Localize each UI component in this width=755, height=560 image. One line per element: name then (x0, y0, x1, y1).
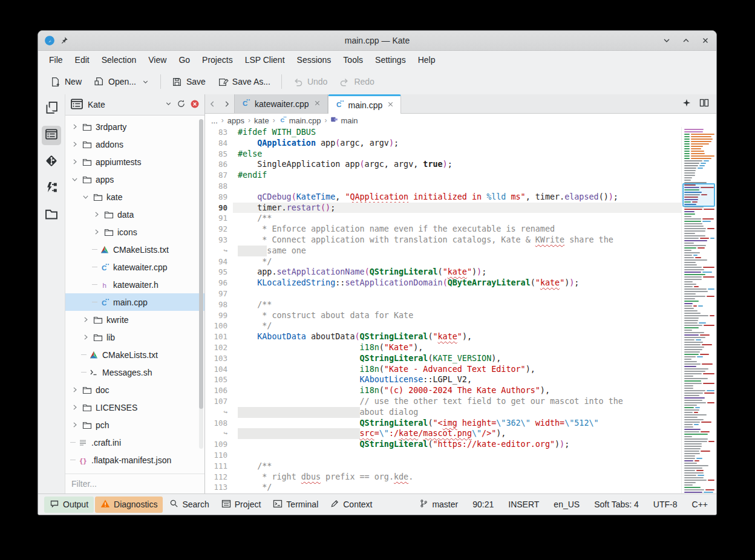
tree-item-katewaiter.h[interactable]: hkatewaiter.h (65, 276, 204, 293)
menu-selection[interactable]: Selection (96, 53, 143, 67)
code-line-99[interactable]: 99 * construct about data for Kate (205, 310, 681, 321)
expander-closed-icon[interactable] (70, 403, 79, 411)
tree-item-appiumtests[interactable]: appiumtests (65, 153, 204, 171)
code-line-108[interactable]: 108 QStringLiteral("<img height=\"362\" … (205, 418, 681, 429)
forward-icon[interactable] (220, 94, 234, 113)
code-line-97[interactable]: 97 (205, 288, 681, 299)
expander-closed-icon[interactable] (81, 316, 90, 324)
code-line-104[interactable]: 104 i18n("Kate - Advanced Text Editor"), (205, 364, 681, 375)
tree-scrollbar[interactable] (199, 119, 203, 449)
sidebar-tool-project-list-icon[interactable] (42, 126, 61, 145)
tree-item-kwrite[interactable]: kwrite (65, 311, 204, 328)
tree-item-Messages.sh[interactable]: Messages.sh (65, 363, 204, 381)
status-c-[interactable]: C++ (692, 500, 708, 509)
tree-item-kate[interactable]: kate (65, 188, 204, 206)
minimap-scrollbar[interactable] (681, 127, 716, 493)
menu-file[interactable]: File (43, 53, 69, 67)
statusbar-project-button[interactable]: Project (216, 497, 267, 513)
code-line-91[interactable]: 91 /** (205, 213, 681, 224)
expander-closed-icon[interactable] (70, 123, 79, 131)
tree-item-apps[interactable]: apps (65, 171, 204, 188)
statusbar-diagnostics-button[interactable]: Diagnostics (95, 497, 163, 513)
code-line-100[interactable]: 100 */ (205, 321, 681, 331)
status-insert[interactable]: INSERT (508, 500, 539, 509)
menu-lsp-client[interactable]: LSP Client (239, 53, 291, 67)
code-line-89[interactable]: 89 qCDebug(KateTime, "QApplication initi… (205, 192, 681, 203)
expander-open-icon[interactable] (81, 193, 90, 201)
statusbar-output-button[interactable]: Output (44, 497, 94, 513)
code-line-86[interactable]: 86 SingleApplication app(argc, argv, tru… (205, 159, 681, 170)
breadcrumb-apps[interactable]: apps (227, 116, 244, 125)
text-editor[interactable]: 83#ifdef WITH_DBUS84 QApplication app(ar… (205, 127, 681, 493)
code-line-87[interactable]: 87#endif (205, 170, 681, 181)
code-line-94[interactable]: 94 */ (205, 256, 681, 267)
save-as-button[interactable]: Save As... (212, 73, 276, 91)
tree-item-3rdparty[interactable]: 3rdparty (65, 118, 204, 135)
code-line-92[interactable]: 92 * Enforce application name even if th… (205, 224, 681, 235)
tab-katewaiter.cpp[interactable]: Ckatewaiter.cpp (234, 94, 328, 113)
tree-item-main.cpp[interactable]: Cmain.cpp (65, 293, 204, 311)
statusbar-search-button[interactable]: Search (164, 497, 214, 512)
minimap-viewport[interactable] (682, 183, 715, 207)
expander-closed-icon[interactable] (81, 333, 90, 341)
tree-item-.flatpak-manifest.jso[interactable]: .flatpak-manifest.jso (65, 469, 204, 474)
savebutton[interactable]: Save (166, 73, 212, 91)
code-line-111[interactable]: 111 /** (205, 461, 681, 472)
expander-closed-icon[interactable] (70, 158, 79, 166)
sidebar-tool-symbols-icon[interactable] (42, 179, 61, 198)
back-icon[interactable] (205, 94, 220, 113)
menu-view[interactable]: View (142, 53, 172, 67)
close-icon[interactable] (701, 36, 710, 45)
code-line-84[interactable]: 84 QApplication app(argc, argv); (205, 138, 681, 149)
menu-edit[interactable]: Edit (69, 53, 96, 67)
open-button[interactable]: Open... (88, 73, 155, 91)
expander-open-icon[interactable] (70, 175, 79, 183)
status-90-21[interactable]: 90:21 (472, 500, 494, 509)
code-line-109[interactable]: 109 QStringLiteral("https://kate-editor.… (205, 439, 681, 450)
tree-item-CMakeLists.txt[interactable]: CMakeLists.txt (65, 241, 204, 258)
refresh-icon[interactable] (177, 99, 186, 110)
filter-input[interactable] (65, 474, 204, 493)
status-soft-tabs-4[interactable]: Soft Tabs: 4 (594, 500, 639, 509)
titlebar[interactable]: main.cpp — Kate (38, 31, 716, 51)
tree-item-.craft.ini[interactable]: .craft.ini (65, 434, 204, 451)
menu-go[interactable]: Go (172, 53, 196, 67)
code-wrap-row[interactable]: ↪about dialog (205, 407, 681, 418)
status-utf-8[interactable]: UTF-8 (653, 500, 678, 509)
code-line-101[interactable]: 101 KAboutData aboutData(QStringLiteral(… (205, 331, 681, 342)
expander-closed-icon[interactable] (92, 210, 100, 218)
status-en-us[interactable]: en_US (554, 500, 580, 509)
expander-closed-icon[interactable] (92, 228, 100, 236)
code-line-110[interactable]: 110 (205, 450, 681, 461)
code-line-83[interactable]: 83#ifdef WITH_DBUS (205, 127, 681, 138)
tab-close-icon[interactable] (313, 99, 321, 109)
code-line-105[interactable]: 105 KAboutLicense::LGPL_V2, (205, 374, 681, 385)
code-line-88[interactable]: 88 (205, 181, 681, 192)
code-line-113[interactable]: 113 */ (205, 482, 681, 493)
tree-item-doc[interactable]: doc (65, 381, 204, 399)
code-line-96[interactable]: 96 KLocalizedString::setApplicationDomai… (205, 278, 681, 288)
tree-item-CMakeLists.txt[interactable]: CMakeLists.txt (65, 346, 204, 363)
sidebar-tool-git-icon[interactable] (42, 152, 61, 172)
chevron-down-icon[interactable] (142, 78, 149, 86)
tree-item-lib[interactable]: lib (65, 328, 204, 346)
menu-settings[interactable]: Settings (369, 53, 412, 67)
code-wrap-row[interactable]: ↪same one (205, 246, 681, 256)
breadcrumb-main.cpp[interactable]: Cmain.cpp (279, 116, 321, 125)
tree-item-.flatpak-manifest.json[interactable]: {}.flatpak-manifest.json (65, 451, 204, 469)
tab-main.cpp[interactable]: Cmain.cpp (328, 94, 402, 114)
breadcrumb-...[interactable]: ... (211, 116, 218, 125)
code-line-90[interactable]: 90 timer.restart(); (205, 203, 681, 213)
statusbar-terminal-button[interactable]: Terminal (267, 497, 324, 513)
minimize-icon[interactable] (662, 36, 672, 45)
expander-closed-icon[interactable] (70, 421, 79, 429)
code-line-93[interactable]: 93 * Connect application with translatio… (205, 235, 681, 246)
code-line-103[interactable]: 103 QStringLiteral(KATE_VERSION), (205, 353, 681, 364)
tree-item-data[interactable]: data (65, 206, 204, 223)
breadcrumb-main[interactable]: main (330, 116, 358, 125)
breadcrumb-kate[interactable]: kate (254, 116, 269, 125)
code-line-112[interactable]: 112 * right dbus prefix == org.kde. (205, 472, 681, 483)
chevron-down-icon[interactable] (165, 100, 172, 109)
code-line-106[interactable]: 106 i18n("(c) 2000-2024 The Kate Authors… (205, 385, 681, 396)
code-line-98[interactable]: 98 /** (205, 299, 681, 310)
